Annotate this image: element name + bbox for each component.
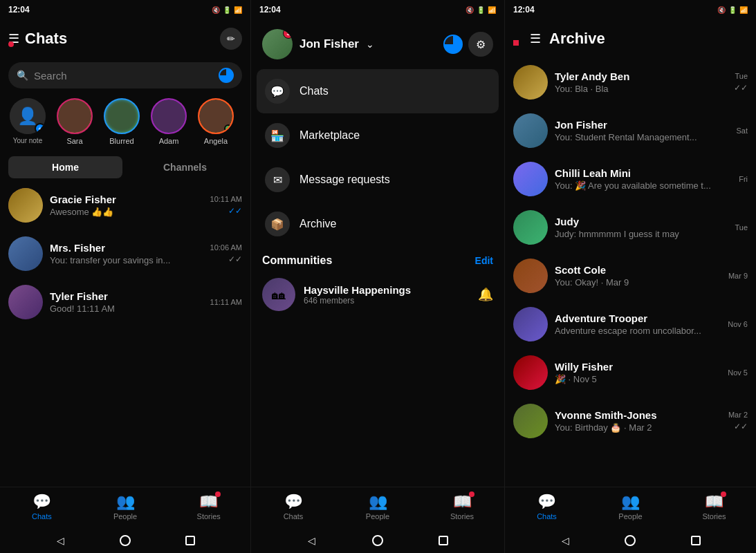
bottom-section-middle: 💬 Chats 👥 People 📖 Stories ◁	[251, 487, 504, 553]
story-angela[interactable]: Angela	[196, 98, 235, 145]
sys-nav-left: ◁	[0, 528, 250, 553]
menu-item-message-requests[interactable]: ✉ Message requests	[257, 158, 499, 202]
compose-button[interactable]: ✏	[220, 28, 242, 50]
nav-stories-label-mid: Stories	[450, 512, 474, 521]
signal-icon: 📶	[234, 6, 242, 14]
tab-channels[interactable]: Channels	[128, 156, 242, 178]
archive-item-scott[interactable]: Scott Cole You: Okay! · Mar 9 Mar 9	[505, 252, 756, 300]
archive-check-yvonne: ✓✓	[734, 422, 748, 431]
left-panel-title: Chats	[25, 30, 67, 48]
community-avatar-haysville: 🏘	[262, 278, 295, 311]
menu-item-archive[interactable]: 📦 Archive	[257, 202, 499, 246]
archive-item-jon-fisher[interactable]: Jon Fisher You: Student Rental Managemen…	[505, 106, 756, 155]
story-adam[interactable]: Adam	[149, 98, 188, 145]
menu-label-chats: Chats	[299, 85, 329, 97]
community-item-haysville[interactable]: 🏘 Haysville Happenings 646 members 🔔	[262, 272, 493, 317]
archive-header: ☰ Archive	[505, 19, 756, 58]
archive-preview-tyler-andy: You: Bla · Bla	[555, 84, 727, 94]
chat-item-mrs-fisher[interactable]: Mrs. Fisher You: transfer your savings i…	[0, 229, 250, 278]
nav-chats-icon-wrap: 💬	[33, 493, 51, 511]
archive-info-tyler-andy: Tyler Andy Ben You: Bla · Bla	[555, 71, 727, 94]
archive-item-adventure[interactable]: Adventure Trooper Adventure escape room …	[505, 300, 756, 348]
dropdown-user-button[interactable]: 3 Jon Fisher ⌄	[262, 29, 374, 59]
recents-button-right[interactable]	[689, 534, 703, 547]
community-info-haysville: Haysville Happenings 646 members	[304, 284, 470, 306]
nav-chats-middle[interactable]: 💬 Chats	[251, 487, 335, 525]
volume-icon-mid: 🔇	[465, 6, 474, 14]
menu-label-message-requests: Message requests	[299, 174, 390, 186]
back-button-left[interactable]: ◁	[53, 534, 67, 547]
archive-avatar-adventure	[513, 307, 548, 341]
nav-people-right[interactable]: 👥 People	[589, 487, 672, 525]
nav-people-left[interactable]: 👥 People	[84, 487, 167, 525]
archive-avatar-yvonne	[513, 404, 548, 438]
edit-communities-button[interactable]: Edit	[475, 255, 493, 266]
search-container: 🔍 Search	[0, 58, 250, 93]
nav-stories-middle[interactable]: 📖 Stories	[420, 487, 504, 525]
home-button-mid[interactable]	[371, 534, 385, 547]
back-button-right[interactable]: ◁	[558, 534, 572, 547]
archive-item-tyler-andy[interactable]: Tyler Andy Ben You: Bla · Bla Tue ✓✓	[505, 58, 756, 106]
settings-button[interactable]: ⚙	[468, 32, 493, 57]
archive-menu-icon: 📦	[265, 212, 290, 236]
people-nav-icon-mid: 👥	[369, 493, 387, 511]
tab-home[interactable]: Home	[8, 156, 122, 178]
story-your-note[interactable]: 👤 + Your note	[8, 98, 47, 145]
recents-button-left[interactable]	[183, 534, 197, 547]
archive-info-adventure: Adventure Trooper Adventure escape room …	[555, 312, 721, 336]
nav-chats-label-right: Chats	[537, 512, 557, 521]
menu-item-marketplace[interactable]: 🏪 Marketplace	[257, 113, 499, 158]
chat-name-mrs-fisher: Mrs. Fisher	[50, 242, 203, 254]
archive-item-willy[interactable]: Willy Fisher 🎉 · Nov 5 Nov 5	[505, 348, 756, 397]
battery-icon: 🔋	[223, 6, 231, 14]
nav-chats-left[interactable]: 💬 Chats	[0, 487, 84, 525]
status-bar-left: 12:04 🔇 🔋 📶	[0, 0, 250, 19]
archive-item-judy[interactable]: Judy Judy: hmmmmm I guess it may Tue	[505, 203, 756, 252]
home-button-left[interactable]	[118, 534, 132, 547]
chat-time-gracie: 10:11 AM	[210, 195, 242, 203]
archive-time-tyler-andy: Tue	[735, 72, 748, 80]
story-sara[interactable]: Sara	[55, 98, 94, 145]
marketplace-menu-icon: 🏪	[265, 123, 290, 148]
avatar-notification-badge: 3	[283, 29, 293, 39]
chats-nav-icon-mid: 💬	[284, 493, 303, 511]
nav-stories-icon-wrap: 📖	[199, 493, 218, 511]
back-button-mid[interactable]: ◁	[305, 534, 319, 547]
archive-time-adventure: Nov 6	[728, 320, 748, 328]
recents-button-mid[interactable]	[436, 534, 450, 547]
archive-info-chilli: Chilli Leah Mini You: 🎉 Are you availabl…	[555, 167, 732, 191]
archive-avatar-willy	[513, 355, 548, 390]
communities-header: Communities Edit	[262, 254, 493, 267]
archive-name-tyler-andy: Tyler Andy Ben	[555, 71, 727, 82]
nav-chats-right[interactable]: 💬 Chats	[505, 487, 589, 525]
archive-red-dot	[513, 40, 519, 46]
chat-avatar-mrs-fisher	[8, 236, 43, 271]
archive-time-chilli: Fri	[739, 175, 748, 183]
search-bar[interactable]: 🔍 Search	[8, 62, 242, 88]
archive-time-judy: Tue	[735, 223, 748, 232]
chat-info-tyler: Tyler Fisher Good! 11:11 AM	[50, 290, 203, 314]
archive-time-scott: Mar 9	[728, 272, 748, 280]
archive-hamburger-icon[interactable]: ☰	[530, 31, 541, 46]
archive-meta-scott: Mar 9	[728, 272, 748, 280]
chat-item-tyler[interactable]: Tyler Fisher Good! 11:11 AM 11:11 AM	[0, 278, 250, 326]
chat-item-gracie[interactable]: Gracie Fisher Awesome 👍👍 10:11 AM ✓✓	[0, 181, 250, 229]
archive-meta-chilli: Fri	[739, 175, 748, 183]
status-icons-left: 🔇 🔋 📶	[212, 6, 242, 14]
chat-time-mrs-fisher: 10:06 AM	[210, 243, 242, 252]
nav-stories-right[interactable]: 📖 Stories	[672, 487, 756, 525]
message-requests-icon: ✉	[265, 167, 290, 192]
chat-list-left: Gracie Fisher Awesome 👍👍 10:11 AM ✓✓ Mrs…	[0, 181, 250, 487]
archive-item-chilli[interactable]: Chilli Leah Mini You: 🎉 Are you availabl…	[505, 155, 756, 203]
archive-item-yvonne[interactable]: Yvonne Smith-Jones You: Birthday 🎂 · Mar…	[505, 397, 756, 445]
home-button-right[interactable]	[623, 534, 637, 547]
nav-stories-left[interactable]: 📖 Stories	[167, 487, 250, 525]
nav-people-middle[interactable]: 👥 People	[335, 487, 420, 525]
menu-item-chats[interactable]: 💬 Chats	[257, 69, 499, 113]
story-blurred[interactable]: Blurred	[102, 98, 141, 145]
communities-title: Communities	[262, 254, 332, 267]
nav-people-label-mid: People	[366, 512, 389, 521]
status-bar-middle: 12:04 🔇 🔋 📶	[251, 0, 504, 19]
archive-time-yvonne: Mar 2	[728, 411, 748, 419]
archive-meta-tyler-andy: Tue ✓✓	[734, 72, 748, 93]
